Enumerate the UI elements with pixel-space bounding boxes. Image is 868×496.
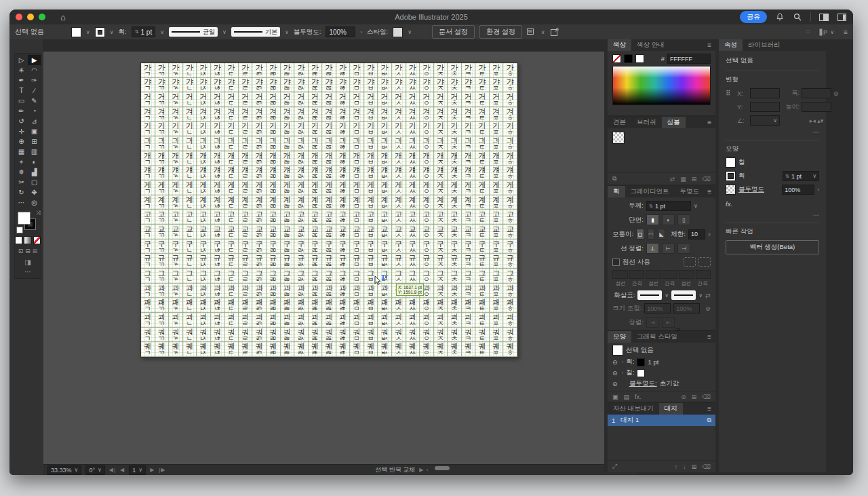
glyph-cell[interactable]: 게ㄹ [239, 180, 253, 195]
appearance-panel-tab-1[interactable]: 그래픽 스타일 [631, 331, 683, 343]
glyph-cell[interactable]: 겨ㄽ [294, 107, 309, 122]
glyph-cell[interactable]: 가ㄷ [224, 63, 239, 78]
glyph-cell[interactable]: 그ㄶ [211, 269, 225, 284]
glyph-cell[interactable]: 거ㅍ [490, 92, 504, 107]
rotation-field[interactable]: 0°∨ [85, 465, 104, 475]
glyph-cell[interactable]: 기ㄳ [169, 122, 183, 137]
move-down-icon[interactable]: ↓ [683, 463, 686, 470]
glyph-cell[interactable]: 가ㄵ [197, 63, 211, 78]
glyph-cell[interactable]: 괘ㄱ [141, 298, 155, 313]
glyph-cell[interactable]: 기ㄲ [155, 122, 170, 137]
stroke-panel-tab-0[interactable]: 획 [608, 186, 625, 197]
glyph-cell[interactable]: 규ㅀ [336, 254, 351, 269]
glyph-cell[interactable]: 궈ㄻ [267, 328, 281, 343]
glyph-cell[interactable]: 고ㄷ [224, 210, 239, 225]
glyph-cell[interactable]: 계ㅋ [462, 195, 476, 210]
none-swatch[interactable] [612, 54, 621, 63]
glyph-cell[interactable]: 교ㅋ [462, 225, 476, 240]
glyph-cell[interactable]: 고ㅆ [406, 210, 420, 225]
glyph-cell[interactable]: 가ㅇ [420, 63, 434, 78]
glyph-cell[interactable]: 구ㄷ [224, 240, 239, 254]
glyph-cell[interactable]: 겨ㅅ [392, 107, 406, 122]
glyph-cell[interactable]: 괴ㄱ [141, 313, 155, 328]
edit-toolbar-dots-icon[interactable]: ⋯ [24, 268, 31, 275]
glyph-cell[interactable]: 가ㅈ [434, 63, 448, 78]
dashed-line-checkbox[interactable] [612, 259, 620, 266]
controlbar-menu-icon[interactable]: ≡ [844, 28, 848, 36]
glyph-cell[interactable]: 개ㄻ [267, 151, 281, 166]
share-document-icon[interactable] [550, 27, 559, 37]
glyph-cell[interactable]: 궤ㅇ [420, 342, 434, 357]
glyph-cell[interactable]: 규ㅇ [420, 254, 434, 269]
glyph-cell[interactable]: 계ㄳ [169, 195, 183, 210]
glyph-cell[interactable]: 구ㅌ [475, 240, 490, 254]
stroke-expand-icon[interactable]: › [622, 360, 623, 364]
glyph-cell[interactable]: 가ㅀ [336, 63, 351, 78]
symbol-place-icon[interactable]: ⇄ [670, 176, 675, 183]
glyph-cell[interactable]: 계ㄿ [322, 195, 336, 210]
glyph-cell[interactable]: 가ㅁ [350, 63, 364, 78]
glyph-cell[interactable]: 괘ㄼ [281, 298, 295, 313]
glyph-cell[interactable]: 걔ㅈ [434, 166, 448, 181]
pen-tool[interactable]: ✒ [15, 75, 28, 85]
glyph-cell[interactable]: 거ㅎ [503, 92, 517, 107]
glyph-cell[interactable]: 규ㄲ [155, 254, 170, 269]
new-artboard-icon[interactable]: ⊞ [692, 463, 697, 470]
workspace-panel-icon[interactable] [837, 12, 846, 22]
glyph-cell[interactable]: 구ㄴ [183, 240, 197, 254]
glyph-cell[interactable]: 게ㅊ [448, 180, 462, 195]
arrowhead-end-dropdown[interactable] [671, 290, 696, 300]
glyph-cell[interactable]: 궈ㅆ [406, 328, 420, 343]
glyph-cell[interactable]: 게ㄵ [197, 180, 211, 195]
glyph-cell[interactable]: 기ㅆ [406, 122, 420, 137]
lasso-tool[interactable]: ◠ [28, 65, 41, 75]
glyph-cell[interactable]: 교ㅈ [434, 225, 448, 240]
preferences-button[interactable]: 환경 설정 [479, 25, 522, 39]
stroke-panel-menu-icon[interactable]: ≡ [707, 188, 711, 195]
glyph-cell[interactable]: 거ㅅ [392, 92, 406, 107]
glyph-cell[interactable]: 규ㅄ [378, 254, 392, 269]
appearance-panel-tab-0[interactable]: 모양 [608, 331, 631, 343]
dash-field[interactable] [612, 270, 628, 279]
opacity-field[interactable]: 100% [326, 26, 355, 37]
glyph-cell[interactable]: 과ㄿ [322, 284, 336, 299]
glyph-cell[interactable]: 그ㅋ [462, 269, 476, 284]
glyph-cell[interactable]: 겨ㄻ [267, 107, 281, 122]
glyph-cell[interactable]: 괘ㄲ [155, 298, 170, 313]
glyph-cell[interactable]: 긔ㅎ [503, 136, 517, 151]
glyph-cell[interactable]: 긔ㅌ [475, 136, 490, 151]
glyph-cell[interactable]: 걔ㅍ [490, 166, 504, 181]
symbol-libraries-icon[interactable]: ⧉ [612, 175, 616, 183]
glyph-cell[interactable]: 계ㅆ [406, 195, 420, 210]
glyph-cell[interactable]: 겨ㄱ [141, 107, 155, 122]
glyph-cell[interactable]: 걔ㅄ [378, 166, 392, 181]
miter-join-button[interactable]: ◻ [636, 229, 644, 240]
direct-selection-tool[interactable]: ▶ [28, 55, 41, 65]
swap-arrowheads-icon[interactable]: ⇄ [705, 292, 711, 299]
glyph-cell[interactable]: 교ㄿ [322, 225, 336, 240]
color-panel-tab-1[interactable]: 색상 안내 [631, 39, 670, 51]
glyph-cell[interactable]: 교ㅍ [490, 225, 504, 240]
glyph-cell[interactable]: 계ㄽ [294, 195, 309, 210]
glyph-cell[interactable]: 규ㄴ [183, 254, 197, 269]
glyph-cell[interactable]: 가ㄻ [267, 63, 281, 78]
pencil-tool[interactable]: ✏ [15, 106, 28, 116]
glyph-cell[interactable]: 궤ㄾ [309, 342, 323, 357]
y-field[interactable] [750, 102, 780, 112]
glyph-cell[interactable]: 규ㅌ [475, 254, 490, 269]
glyph-cell[interactable]: 교ㄻ [267, 225, 281, 240]
glyph-cell[interactable]: 기ㅌ [475, 122, 490, 137]
draw-inside-icon[interactable]: ⊞ [33, 248, 38, 254]
glyph-cell[interactable]: 과ㄳ [169, 284, 183, 299]
glyph-cell[interactable]: 게ㅆ [406, 180, 420, 195]
document-setup-button[interactable]: 문서 설정 [432, 25, 475, 39]
glyph-cell[interactable]: 갸ㅅ [392, 78, 406, 93]
glyph-cell[interactable]: 기ㄹ [239, 122, 253, 137]
next-artboard-icon[interactable]: ▶ [150, 467, 155, 473]
glyph-cell[interactable]: 게ㅈ [434, 180, 448, 195]
height-field[interactable] [802, 102, 831, 112]
glyph-cell[interactable]: 가ㄴ [183, 63, 197, 78]
glyph-cell[interactable]: 고ㄻ [267, 210, 281, 225]
zoom-tool[interactable]: ◎ [28, 197, 41, 208]
glyph-cell[interactable]: 게ㅄ [378, 180, 392, 195]
